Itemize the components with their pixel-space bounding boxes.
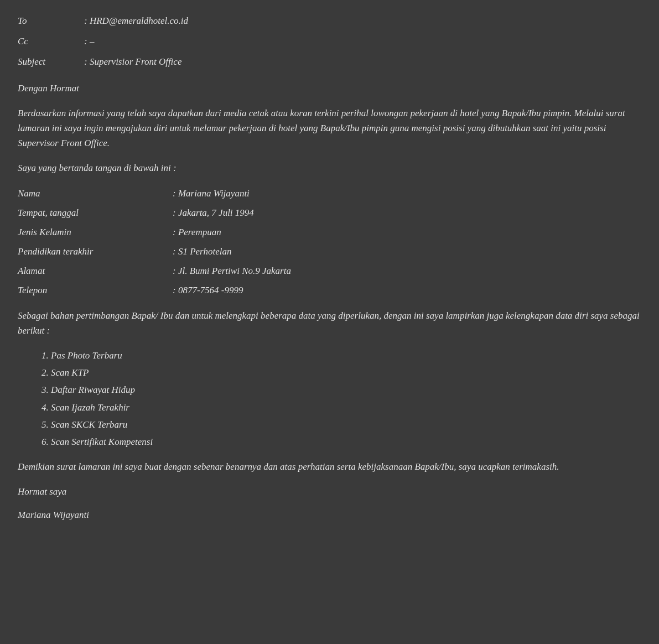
subject-value: : Supervisior Front Office bbox=[84, 54, 641, 69]
cc-separator: : bbox=[84, 36, 90, 46]
field-label-pendidikan: Pendidikan terakhir bbox=[18, 244, 173, 259]
field-value-telepon: : 0877-7564 -9999 bbox=[173, 283, 641, 298]
signature-name: Mariana Wijayanti bbox=[18, 507, 641, 522]
list-item: Scan Sertifikat Kompetensi bbox=[51, 434, 641, 449]
attachment-list: Pas Photo Terbaru Scan KTP Daftar Riwaya… bbox=[51, 348, 641, 449]
closing-paragraph: Demikian surat lamaran ini saya buat den… bbox=[18, 459, 641, 474]
to-label: To bbox=[18, 13, 84, 28]
info-row-tempat: Tempat, tanggal : Jakarta, 7 Juli 1994 bbox=[18, 205, 641, 220]
field-value-tempat: : Jakarta, 7 Juli 1994 bbox=[173, 205, 641, 220]
to-separator: : bbox=[84, 15, 90, 26]
to-row: To : HRD@emeraldhotel.co.id bbox=[18, 13, 641, 28]
info-row-nama: Nama : Mariana Wijayanti bbox=[18, 186, 641, 201]
cc-address: – bbox=[90, 36, 95, 46]
email-document: To : HRD@emeraldhotel.co.id Cc : – Subje… bbox=[18, 13, 641, 522]
list-item: Pas Photo Terbaru bbox=[51, 348, 641, 363]
intro-line: Saya yang bertanda tangan di bawah ini : bbox=[18, 160, 641, 175]
attachment-intro: Sebagai bahan pertimbangan Bapak/ Ibu da… bbox=[18, 308, 641, 338]
closing-salutation: Hormat saya bbox=[18, 484, 641, 499]
field-label-nama: Nama bbox=[18, 186, 173, 201]
personal-info-table: Nama : Mariana Wijayanti Tempat, tanggal… bbox=[18, 186, 641, 298]
subject-label: Subject bbox=[18, 54, 84, 69]
info-row-telepon: Telepon : 0877-7564 -9999 bbox=[18, 283, 641, 298]
field-label-alamat: Alamat bbox=[18, 263, 173, 278]
info-row-jenis-kelamin: Jenis Kelamin : Perempuan bbox=[18, 225, 641, 240]
to-value: : HRD@emeraldhotel.co.id bbox=[84, 13, 641, 28]
cc-value: : – bbox=[84, 34, 641, 49]
list-item: Scan KTP bbox=[51, 365, 641, 380]
field-label-telepon: Telepon bbox=[18, 283, 173, 298]
subject-text: Supervisior Front Office bbox=[90, 56, 182, 67]
info-row-alamat: Alamat : Jl. Bumi Pertiwi No.9 Jakarta bbox=[18, 263, 641, 278]
cc-label: Cc bbox=[18, 34, 84, 49]
subject-separator: : bbox=[84, 56, 90, 67]
list-item: Scan SKCK Terbaru bbox=[51, 417, 641, 432]
field-value-jenis-kelamin: : Perempuan bbox=[173, 225, 641, 240]
field-label-jenis-kelamin: Jenis Kelamin bbox=[18, 225, 173, 240]
greeting: Dengan Hormat bbox=[18, 81, 641, 96]
info-row-pendidikan: Pendidikan terakhir : S1 Perhotelan bbox=[18, 244, 641, 259]
field-value-nama: : Mariana Wijayanti bbox=[173, 186, 641, 201]
list-item: Scan Ijazah Terakhir bbox=[51, 400, 641, 415]
field-value-alamat: : Jl. Bumi Pertiwi No.9 Jakarta bbox=[173, 263, 641, 278]
cc-row: Cc : – bbox=[18, 34, 641, 49]
subject-row: Subject : Supervisior Front Office bbox=[18, 54, 641, 69]
list-item: Daftar Riwayat Hidup bbox=[51, 382, 641, 397]
body-paragraph-1: Berdasarkan informasi yang telah saya da… bbox=[18, 106, 641, 151]
field-label-tempat: Tempat, tanggal bbox=[18, 205, 173, 220]
field-value-pendidikan: : S1 Perhotelan bbox=[173, 244, 641, 259]
to-address: HRD@emeraldhotel.co.id bbox=[90, 15, 188, 26]
